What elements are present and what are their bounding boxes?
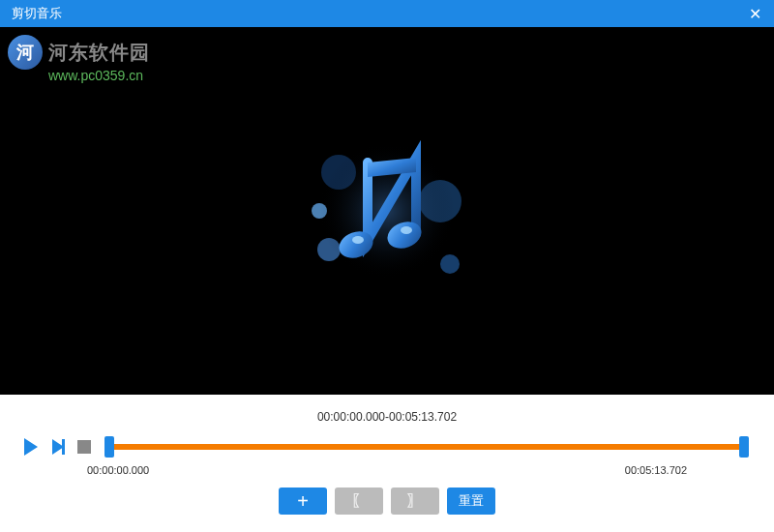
window-title: 剪切音乐 <box>8 5 62 22</box>
action-buttons-row: + 〖 〗 重置 <box>19 484 755 526</box>
watermark-logo-icon: 河 <box>8 35 43 70</box>
play-button[interactable] <box>19 435 43 458</box>
end-time-label: 00:05:13.702 <box>625 464 687 476</box>
play-icon <box>24 438 38 456</box>
watermark-url: www.pc0359.cn <box>48 68 150 83</box>
add-segment-button[interactable]: + <box>279 488 327 515</box>
controls-panel: 00:00:00.000-00:05:13.702 00:00:00.000 0… <box>0 395 774 532</box>
time-labels: 00:00:00.000 00:05:13.702 <box>19 462 755 484</box>
close-button[interactable]: ✕ <box>743 2 766 25</box>
preview-area: 河 河东软件园 www.pc0359.cn <box>0 27 774 395</box>
stop-button[interactable] <box>77 440 91 454</box>
reset-button[interactable]: 重置 <box>447 488 495 515</box>
trim-start-handle[interactable] <box>104 436 114 458</box>
mark-in-button[interactable]: 〖 <box>335 488 383 515</box>
trim-slider[interactable] <box>104 437 749 457</box>
svg-point-3 <box>440 254 460 274</box>
slider-track <box>104 444 749 450</box>
start-time-label: 00:00:00.000 <box>87 464 149 476</box>
step-forward-icon <box>52 439 65 455</box>
titlebar: 剪切音乐 ✕ <box>0 0 774 27</box>
close-icon: ✕ <box>749 5 761 23</box>
music-note-icon <box>290 114 484 308</box>
watermark: 河 河东软件园 www.pc0359.cn <box>8 35 150 83</box>
bracket-left-icon: 〖 <box>351 491 367 512</box>
playback-row <box>19 431 755 462</box>
trim-end-handle[interactable] <box>739 436 749 458</box>
plus-icon: + <box>297 490 309 513</box>
mark-out-button[interactable]: 〗 <box>391 488 439 515</box>
svg-point-9 <box>401 226 412 234</box>
watermark-text: 河东软件园 <box>48 40 150 66</box>
bracket-right-icon: 〗 <box>407 491 423 512</box>
svg-point-8 <box>352 236 364 244</box>
time-range-display: 00:00:00.000-00:05:13.702 <box>19 402 755 431</box>
step-forward-button[interactable] <box>46 435 70 458</box>
watermark-logo: 河 河东软件园 <box>8 35 150 70</box>
